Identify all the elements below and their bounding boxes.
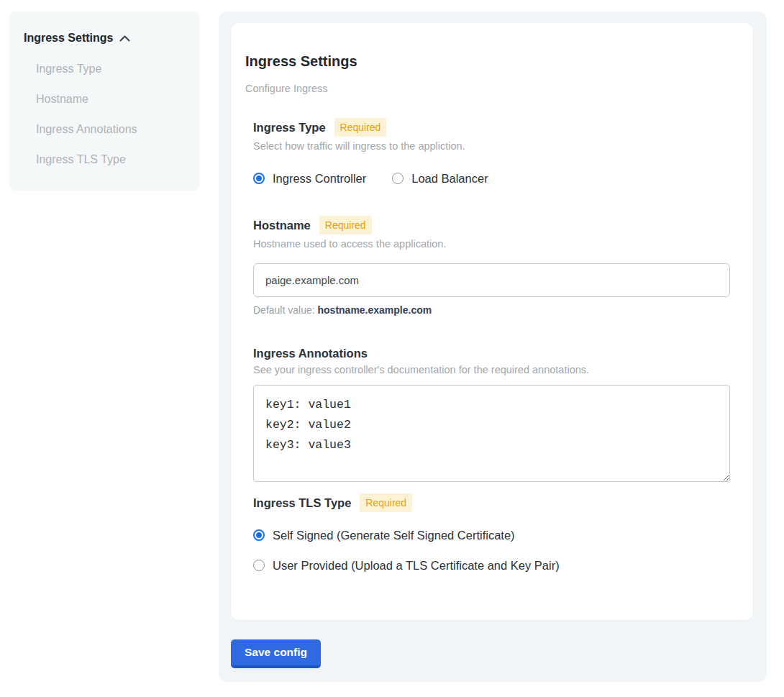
section-label: Ingress Type <box>253 120 326 135</box>
sidebar-item-ingress-type[interactable]: Ingress Type <box>36 63 185 76</box>
sidebar-item-ingress-annotations[interactable]: Ingress Annotations <box>36 123 185 136</box>
section-heading-ingress-tls-type: Ingress TLS Type Required <box>253 493 739 512</box>
required-badge: Required <box>319 216 372 234</box>
radio-option-user-provided[interactable]: User Provided (Upload a TLS Certificate … <box>253 558 739 573</box>
section-hostname: Hostname Required Hostname used to acces… <box>253 216 739 316</box>
section-ingress-type: Ingress Type Required Select how traffic… <box>253 118 739 186</box>
hostname-default-line: Default value: hostname.example.com <box>253 304 739 316</box>
section-label: Ingress TLS Type <box>253 496 351 510</box>
sidebar-group-ingress-settings[interactable]: Ingress Settings <box>24 32 185 45</box>
hostname-input[interactable] <box>253 263 730 297</box>
radio-option-self-signed[interactable]: Self Signed (Generate Self Signed Certif… <box>253 528 739 542</box>
save-config-button[interactable]: Save config <box>231 639 321 668</box>
section-help-text: See your ingress controller's documentat… <box>253 363 739 376</box>
radio-button-icon[interactable] <box>392 173 404 184</box>
required-badge: Required <box>360 493 412 512</box>
section-heading-hostname: Hostname Required <box>253 216 739 234</box>
radio-button-icon[interactable] <box>253 173 265 184</box>
sidebar-group-label: Ingress Settings <box>24 32 113 45</box>
radio-label[interactable]: Ingress Controller <box>273 171 366 186</box>
radio-option-load-balancer[interactable]: Load Balancer <box>392 171 488 186</box>
config-card: Ingress Settings Configure Ingress Ingre… <box>231 23 753 620</box>
radio-label[interactable]: User Provided (Upload a TLS Certificate … <box>273 558 560 573</box>
required-badge: Required <box>334 118 387 137</box>
page-title: Ingress Settings <box>245 53 739 70</box>
ingress-type-radio-group: Ingress Controller Load Balancer <box>253 171 739 186</box>
section-help-text: Hostname used to access the application. <box>253 237 739 250</box>
section-help-text: Select how traffic will ingress to the a… <box>253 140 739 152</box>
section-ingress-tls-type: Ingress TLS Type Required Self Signed (G… <box>253 493 739 573</box>
ingress-annotations-textarea[interactable]: key1: value1 key2: value2 key3: value3 <box>253 385 730 482</box>
section-label: Ingress Annotations <box>253 346 368 360</box>
section-heading-ingress-type: Ingress Type Required <box>253 118 739 137</box>
default-value-text: hostname.example.com <box>318 304 432 316</box>
radio-option-ingress-controller[interactable]: Ingress Controller <box>253 171 366 186</box>
radio-label[interactable]: Load Balancer <box>411 171 488 186</box>
section-ingress-annotations: Ingress Annotations See your ingress con… <box>253 346 739 482</box>
radio-button-icon[interactable] <box>253 529 265 541</box>
config-nav-sidebar: Ingress Settings Ingress Type Hostname I… <box>9 12 199 191</box>
radio-label[interactable]: Self Signed (Generate Self Signed Certif… <box>273 528 515 542</box>
sidebar-item-hostname[interactable]: Hostname <box>36 93 185 106</box>
default-value-label: Default value: <box>253 304 315 316</box>
config-panel: Ingress Settings Configure Ingress Ingre… <box>219 12 767 682</box>
sidebar-item-list: Ingress Type Hostname Ingress Annotation… <box>24 63 185 166</box>
sidebar-item-ingress-tls-type[interactable]: Ingress TLS Type <box>36 153 185 166</box>
config-sections: Ingress Type Required Select how traffic… <box>253 118 739 573</box>
section-heading-ingress-annotations: Ingress Annotations <box>253 346 739 360</box>
section-label: Hostname <box>253 218 311 232</box>
chevron-up-icon <box>119 35 130 42</box>
radio-button-icon[interactable] <box>253 560 265 571</box>
page-subtitle: Configure Ingress <box>245 82 739 95</box>
